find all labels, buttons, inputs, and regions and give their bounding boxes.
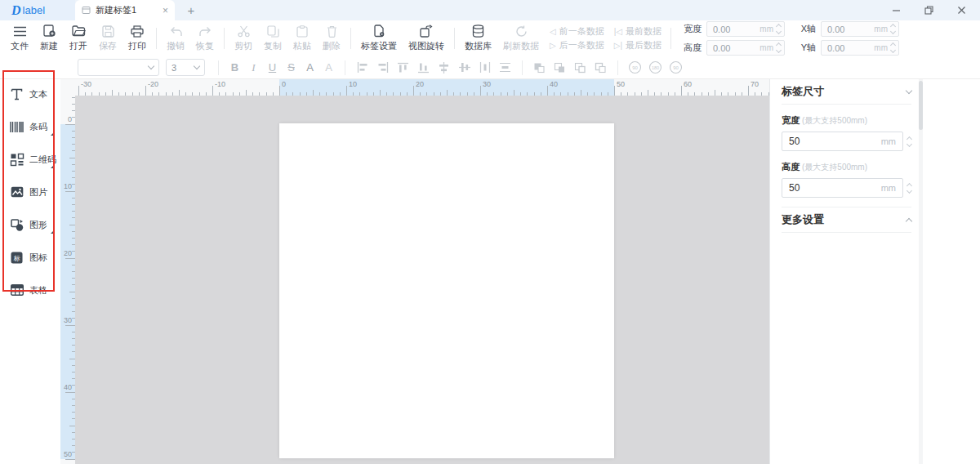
new-button[interactable]: 新建	[34, 25, 64, 52]
save-icon	[102, 25, 114, 38]
tab-close-icon[interactable]: ×	[163, 5, 168, 16]
send-backward-icon[interactable]	[590, 59, 611, 77]
align-left-icon[interactable]	[352, 59, 372, 77]
label-settings-button[interactable]: 标签设置	[355, 25, 403, 52]
label-settings-icon	[373, 25, 385, 38]
label-height-hint: (最大支持500mm)	[802, 163, 867, 172]
rotate-90-icon[interactable]: 90	[625, 59, 645, 77]
bring-to-front-icon[interactable]	[529, 59, 550, 77]
svg-text:90: 90	[632, 65, 638, 70]
svg-text:标: 标	[14, 254, 20, 261]
x-field[interactable]: 0.00 mm	[821, 21, 899, 37]
new-tab-button[interactable]: +	[175, 0, 207, 20]
strikethrough-button[interactable]: S	[282, 61, 301, 74]
format-separator	[218, 60, 219, 75]
barcode-tool-icon	[10, 120, 24, 134]
bring-forward-icon[interactable]	[570, 59, 590, 77]
label-width-stepper[interactable]	[907, 137, 911, 146]
height-field[interactable]: 0.00 mm	[706, 40, 785, 56]
workspace: 01020304050 -30-20-1001020304050607080	[57, 79, 826, 464]
width-stepper[interactable]	[777, 25, 781, 33]
rotate-90-ccw-icon[interactable]: 90	[666, 59, 686, 77]
sidebar-item-table[interactable]: 表格	[0, 274, 57, 306]
view-rotate-button[interactable]: 视图旋转	[403, 25, 450, 52]
undo-button[interactable]: 撤销	[161, 25, 190, 52]
cut-button[interactable]: 剪切	[229, 25, 258, 52]
align-bottom-icon[interactable]	[413, 59, 434, 77]
view-rotate-icon	[420, 25, 433, 38]
align-top-icon[interactable]	[393, 59, 413, 77]
submenu-triangle-icon	[51, 132, 55, 136]
record-nav-group-2: |◁ 最前数据 ▷| 最后数据	[609, 25, 666, 51]
tab-active[interactable]: 新建标签1 ×	[75, 0, 175, 20]
sidebar-item-qrcode[interactable]: 二维码	[0, 143, 57, 176]
save-button[interactable]: 保存	[93, 25, 122, 52]
refresh-data-button[interactable]: 刷新数据	[497, 25, 545, 52]
next-record-button[interactable]: ▷ 后一条数据	[550, 39, 604, 51]
more-settings-section-header[interactable]: 更多设置	[782, 207, 911, 233]
sidebar-item-icon[interactable]: 标 图标	[0, 241, 57, 274]
sidebar-item-image[interactable]: 图片	[0, 176, 57, 208]
more-settings-title: 更多设置	[782, 212, 824, 227]
copy-button[interactable]: 复制	[258, 25, 287, 52]
redo-button[interactable]: 恢复	[190, 25, 220, 52]
minimize-icon[interactable]	[890, 6, 902, 15]
sidebar-item-text[interactable]: 文本	[0, 78, 57, 110]
printer-icon	[131, 25, 144, 38]
print-button[interactable]: 打印	[122, 25, 152, 52]
app-logo: D label	[0, 0, 75, 20]
label-height-stepper[interactable]	[907, 184, 911, 193]
open-button[interactable]: 打开	[64, 25, 93, 52]
italic-button[interactable]: I	[244, 61, 263, 74]
first-record-icon: |◁	[614, 27, 622, 36]
prev-record-icon: ◁	[550, 27, 556, 36]
maximize-icon[interactable]	[923, 6, 934, 15]
label-height-input[interactable]: 50 mm	[782, 178, 903, 198]
font-size-select[interactable]: 3	[166, 59, 205, 76]
toolbar-separator	[156, 28, 157, 49]
height-field-label: 高度	[682, 42, 702, 54]
toolbar-separator	[454, 28, 455, 49]
paste-button[interactable]: 粘贴	[287, 25, 317, 52]
prev-record-button[interactable]: ◁ 前一条数据	[550, 25, 604, 38]
database-button[interactable]: 数据库	[459, 25, 497, 52]
send-to-back-icon[interactable]	[550, 59, 570, 77]
delete-button[interactable]: 删除	[317, 25, 346, 52]
x-stepper[interactable]	[891, 25, 895, 33]
align-center-horizontal-icon[interactable]	[454, 59, 474, 77]
height-stepper[interactable]	[777, 43, 781, 52]
last-record-button[interactable]: ▷| 最后数据	[614, 39, 662, 51]
label-height-group: 高度(最大支持500mm) 50 mm	[782, 161, 911, 198]
scissors-icon	[238, 25, 250, 38]
label-page[interactable]	[279, 123, 614, 458]
align-right-icon[interactable]	[372, 59, 393, 77]
file-menu-button[interactable]: 文件	[5, 25, 34, 52]
y-field[interactable]: 0.00 mm	[821, 40, 899, 56]
panel-scrollbar[interactable]	[919, 79, 923, 464]
font-color-button[interactable]: A	[301, 61, 319, 74]
font-shade-button[interactable]: A	[319, 61, 338, 74]
first-record-button[interactable]: |◁ 最前数据	[614, 25, 662, 38]
underline-button[interactable]: U	[263, 61, 282, 74]
distribute-horizontal-icon[interactable]	[474, 59, 495, 77]
bold-button[interactable]: B	[225, 61, 244, 74]
properties-panel: 标签尺寸 宽度(最大支持500mm) 50 mm 高度(最大支持500mm)	[769, 79, 923, 464]
font-family-select[interactable]	[78, 59, 159, 76]
record-nav-group-1: ◁ 前一条数据 ▷ 后一条数据	[545, 25, 609, 51]
rotate-180-icon[interactable]: 180	[645, 59, 666, 77]
tool-sidebar: 文本 条码 二维码 图片 图形	[0, 79, 57, 464]
close-icon[interactable]	[956, 6, 967, 15]
panel-scrollbar-thumb[interactable]	[919, 81, 923, 130]
align-center-vertical-icon[interactable]	[434, 59, 454, 77]
y-stepper[interactable]	[891, 43, 895, 52]
label-size-section-header[interactable]: 标签尺寸	[782, 79, 911, 105]
label-width-input[interactable]: 50 mm	[782, 132, 903, 151]
width-field[interactable]: 0.00 mm	[706, 21, 785, 37]
icon-tool-icon: 标	[10, 251, 24, 265]
distribute-vertical-icon[interactable]	[495, 59, 515, 77]
label-width-label: 宽度(最大支持500mm)	[782, 114, 911, 127]
sidebar-item-shape[interactable]: 图形	[0, 208, 57, 241]
logo-text: label	[23, 4, 45, 16]
canvas-area[interactable]	[75, 96, 826, 464]
sidebar-item-barcode[interactable]: 条码	[0, 110, 57, 143]
